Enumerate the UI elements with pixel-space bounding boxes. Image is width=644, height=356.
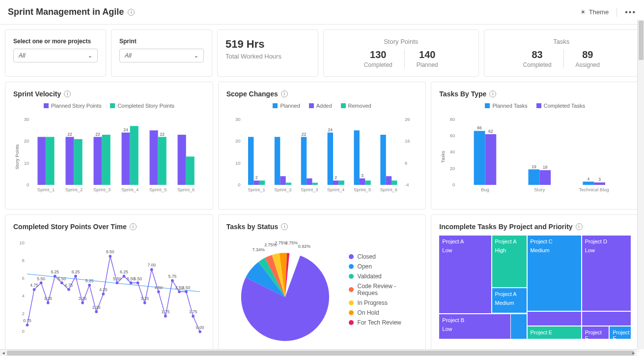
treemap-cell[interactable]: Project E bbox=[610, 326, 631, 339]
legend-swatch bbox=[273, 103, 278, 108]
pie-legend-item[interactable]: In Progress bbox=[349, 299, 418, 306]
project-select[interactable]: All ⌄ bbox=[13, 49, 98, 62]
treemap-cell[interactable]: Project DLow bbox=[582, 236, 631, 311]
svg-text:20: 20 bbox=[235, 138, 241, 144]
svg-point-112 bbox=[95, 310, 98, 313]
svg-text:22: 22 bbox=[301, 132, 306, 137]
incomplete-card: Incomplete Tasks By Project and Priority… bbox=[431, 214, 639, 352]
info-icon[interactable]: i bbox=[64, 90, 71, 97]
svg-text:22: 22 bbox=[160, 132, 165, 137]
svg-text:2: 2 bbox=[255, 175, 257, 180]
pie-legend-item[interactable]: Open bbox=[349, 263, 418, 270]
svg-rect-38 bbox=[259, 180, 265, 185]
scroll-thumb[interactable] bbox=[639, 21, 644, 60]
theme-button[interactable]: ☀ Theme bbox=[580, 8, 609, 16]
svg-text:5.75: 5.75 bbox=[168, 274, 177, 279]
sprint-select[interactable]: All ⌄ bbox=[119, 49, 204, 62]
legend-swatch bbox=[309, 103, 314, 108]
svg-text:0.92%: 0.92% bbox=[298, 244, 310, 249]
svg-point-106 bbox=[74, 275, 77, 278]
pie-legend: ClosedOpenValidatedCode Review - RequesI… bbox=[349, 250, 418, 329]
svg-text:22: 22 bbox=[95, 132, 100, 137]
tasks-type-card: Tasks By Typei Planned Tasks Completed T… bbox=[431, 82, 639, 209]
kpi-points-card: Story Points 130 Completed 140 Planned bbox=[323, 30, 479, 77]
svg-text:Technical Blog: Technical Blog bbox=[579, 187, 609, 192]
treemap-cell[interactable]: Project AHigh bbox=[492, 236, 527, 287]
treemap-cell[interactable]: Project ALow bbox=[439, 236, 491, 313]
treemap-cell[interactable] bbox=[582, 312, 631, 325]
svg-text:7.34%: 7.34% bbox=[252, 247, 264, 252]
completed-time-title: Completed Story Points Over Time bbox=[13, 223, 127, 231]
treemap-cell[interactable]: Project AMedium bbox=[492, 288, 527, 313]
svg-text:4.75: 4.75 bbox=[30, 283, 38, 288]
divider bbox=[404, 49, 405, 68]
pie-legend-item[interactable]: Closed bbox=[349, 253, 418, 260]
treemap-cell[interactable]: Project BLow bbox=[439, 314, 510, 339]
svg-text:0: 0 bbox=[22, 328, 25, 334]
svg-text:Sprint_4: Sprint_4 bbox=[121, 187, 139, 192]
svg-text:6.25: 6.25 bbox=[72, 269, 80, 274]
horizontal-scrollbar[interactable]: ◄ ► bbox=[0, 349, 637, 356]
treemap-cell[interactable] bbox=[528, 312, 581, 325]
treemap-cell[interactable]: Project CMedium bbox=[528, 236, 581, 311]
svg-text:0: 0 bbox=[452, 182, 455, 187]
svg-rect-14 bbox=[102, 135, 111, 185]
info-icon[interactable]: i bbox=[128, 9, 135, 16]
svg-text:40: 40 bbox=[450, 149, 455, 154]
dashboard-header: Sprint Management in Agile i ☀ Theme ••• bbox=[0, 0, 644, 25]
pie-legend-item[interactable]: On Hold bbox=[349, 309, 418, 316]
scope-title: Scope Changes bbox=[226, 90, 278, 98]
treemap-cell[interactable] bbox=[511, 314, 526, 339]
pie-legend-item[interactable]: Code Review - Reques bbox=[349, 283, 418, 297]
chevron-down-icon: ⌄ bbox=[194, 52, 198, 59]
hours-sub: Total Worked Hours bbox=[225, 53, 310, 60]
info-icon[interactable]: i bbox=[576, 223, 583, 230]
scroll-right-arrow[interactable]: ► bbox=[630, 350, 637, 356]
divider bbox=[563, 49, 564, 68]
legend-swatch bbox=[536, 103, 541, 108]
scroll-thumb[interactable] bbox=[7, 351, 634, 356]
more-button[interactable]: ••• bbox=[625, 8, 636, 17]
velocity-legend: Planned Story Points Completed Story Poi… bbox=[13, 103, 205, 109]
svg-point-136 bbox=[178, 290, 181, 293]
svg-rect-41 bbox=[280, 176, 285, 185]
svg-point-120 bbox=[123, 275, 126, 278]
svg-text:30: 30 bbox=[235, 117, 241, 122]
pie-legend-item[interactable]: Validated bbox=[349, 273, 418, 280]
svg-text:Story Points: Story Points bbox=[14, 144, 20, 169]
legend-planned: Planned Story Points bbox=[51, 103, 102, 109]
svg-text:4.50: 4.50 bbox=[182, 285, 191, 290]
info-icon[interactable]: i bbox=[489, 90, 496, 97]
treemap-cell[interactable]: Project E bbox=[528, 326, 581, 339]
svg-text:5.25: 5.25 bbox=[85, 278, 94, 283]
info-icon[interactable]: i bbox=[130, 223, 137, 230]
info-icon[interactable]: i bbox=[281, 223, 288, 230]
svg-rect-46 bbox=[307, 178, 312, 185]
pie-legend-item[interactable]: For Tech Review bbox=[349, 319, 418, 326]
svg-text:10: 10 bbox=[19, 240, 25, 245]
kpi-hours-card: 519 Hrs Total Worked Hours bbox=[217, 30, 318, 77]
svg-text:Sprint_6: Sprint_6 bbox=[177, 187, 195, 192]
completed-time-card: Completed Story Points Over Timei 024681… bbox=[5, 214, 213, 352]
svg-rect-75 bbox=[529, 169, 540, 185]
legend-added: Added bbox=[316, 103, 332, 109]
svg-point-94 bbox=[33, 288, 36, 291]
scroll-left-arrow[interactable]: ◄ bbox=[0, 350, 7, 356]
info-icon[interactable]: i bbox=[281, 90, 288, 97]
legend-swatch bbox=[44, 103, 49, 108]
svg-point-104 bbox=[67, 288, 70, 291]
svg-text:62: 62 bbox=[488, 129, 493, 134]
vertical-scrollbar[interactable] bbox=[637, 20, 644, 349]
legend-label: Open bbox=[358, 263, 372, 270]
divider bbox=[616, 8, 617, 17]
svg-text:0: 0 bbox=[27, 182, 29, 187]
legend-label: Validated bbox=[358, 273, 382, 280]
legend-label: For Tech Review bbox=[358, 319, 401, 326]
legend-swatch bbox=[341, 103, 346, 108]
svg-text:8: 8 bbox=[22, 258, 25, 263]
svg-text:Sprint_4: Sprint_4 bbox=[327, 187, 344, 192]
svg-text:Sprint_2: Sprint_2 bbox=[274, 187, 291, 192]
treemap-cell[interactable]: Project E bbox=[582, 326, 609, 339]
theme-label: Theme bbox=[589, 8, 609, 16]
svg-text:6: 6 bbox=[22, 275, 25, 281]
